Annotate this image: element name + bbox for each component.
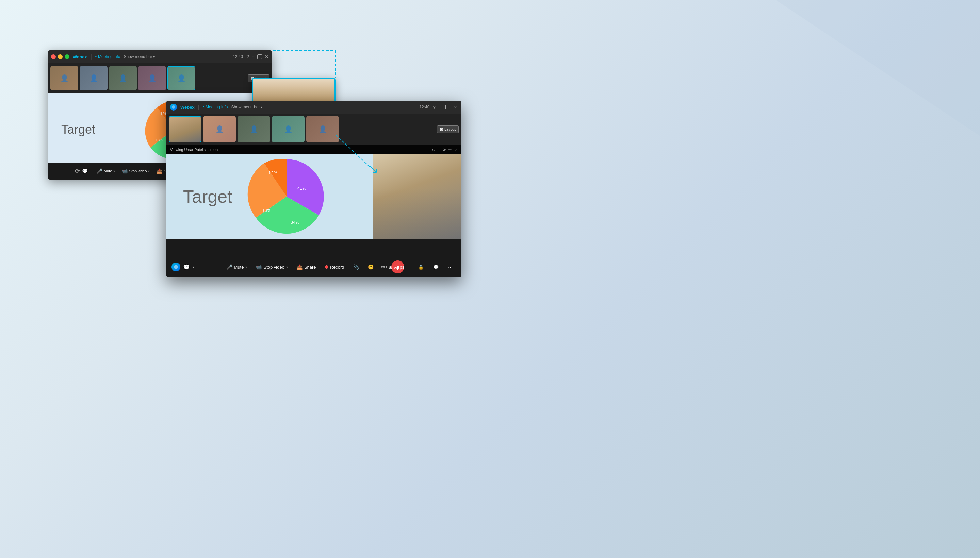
- small-window-restore-icon[interactable]: [257, 54, 262, 59]
- participant-face-3: 👤: [109, 66, 137, 90]
- large-share-label: Share: [304, 264, 316, 270]
- large-more-right-icon: ⋯: [448, 264, 452, 270]
- large-record-label: Record: [330, 264, 344, 270]
- large-orb-btn[interactable]: [171, 263, 180, 271]
- large-show-menu-bar[interactable]: Show menu bar: [231, 105, 262, 110]
- large-toolbar-right: ⊞ Apps 🔒 💬 ⋯: [385, 263, 456, 272]
- participant-face-1: 👤: [50, 66, 78, 90]
- large-meeting-info-link[interactable]: Meeting info: [203, 105, 228, 110]
- large-minimize-icon[interactable]: −: [439, 104, 442, 110]
- small-title-icons: ? − ✕: [247, 54, 269, 59]
- large-title-divider: |: [198, 104, 199, 110]
- small-close-btn[interactable]: [51, 54, 56, 59]
- small-chat-icon: 💬: [82, 168, 88, 174]
- large-close-icon[interactable]: ✕: [454, 105, 457, 110]
- large-paperclip-icon: 📎: [353, 264, 359, 270]
- pie-label-13: 13%: [156, 138, 163, 142]
- small-thumb-4[interactable]: 👤: [138, 66, 166, 90]
- participant-face-2: 👤: [80, 66, 107, 90]
- large-help-icon[interactable]: ?: [433, 105, 435, 110]
- large-video-label: Stop video: [263, 264, 284, 270]
- large-mute-btn[interactable]: 🎤 Mute ▾: [223, 262, 251, 272]
- large-participant-5-face: 👤: [306, 116, 339, 143]
- large-zoom-icon[interactable]: −: [427, 148, 429, 152]
- large-apps-btn[interactable]: ⊞ Apps: [385, 263, 408, 272]
- large-title-right: 12:40 ? − ✕: [419, 104, 457, 110]
- large-thumb-2[interactable]: 👤: [203, 116, 236, 143]
- large-thumb-5[interactable]: 👤: [306, 116, 339, 143]
- large-layout-container: ⊞ Layout: [437, 125, 459, 133]
- small-mute-arrow: ▾: [113, 169, 115, 173]
- large-participants-icon: 💬: [433, 264, 439, 270]
- large-main-content: Target 41% 34% 13% 12%: [166, 154, 461, 239]
- large-paperclip-btn[interactable]: 📎: [350, 262, 362, 272]
- large-orb-inner: [174, 265, 178, 269]
- large-sync-icon[interactable]: ⟳: [443, 148, 446, 152]
- small-thumb-5-active[interactable]: 👤: [168, 66, 195, 90]
- large-chat-arrow[interactable]: ▾: [192, 265, 194, 269]
- large-lock-btn[interactable]: 🔒: [415, 263, 427, 272]
- large-brand: Webex: [180, 105, 195, 110]
- large-pie-label-34: 34%: [291, 220, 299, 225]
- small-mute-icon: 🎤: [97, 168, 102, 174]
- large-share-icon: 📤: [297, 264, 303, 270]
- large-viewing-label: Viewing Umar Patel's screen: [170, 148, 218, 152]
- large-mute-icon: 🎤: [227, 264, 232, 270]
- large-toolbar-left: 💬 ▾: [171, 263, 194, 271]
- large-chat-icon[interactable]: 💬: [183, 264, 190, 270]
- large-record-btn[interactable]: Record: [322, 263, 348, 272]
- small-brand: Webex: [73, 54, 87, 59]
- large-annotate-icon[interactable]: ✏: [449, 148, 452, 152]
- large-mute-label: Mute: [234, 264, 244, 270]
- small-thumb-3[interactable]: 👤: [109, 66, 137, 90]
- large-video-area: [373, 154, 461, 239]
- small-participant-strip: 👤 👤 👤 👤 👤 ⊞ Layout: [48, 63, 272, 93]
- small-mute-btn[interactable]: 🎤 Mute ▾: [95, 167, 117, 175]
- small-maximize-btn[interactable]: [65, 54, 69, 59]
- large-participants-btn[interactable]: 💬: [430, 263, 442, 272]
- large-share-btn[interactable]: 📤 Share: [293, 262, 319, 272]
- large-thumb-3[interactable]: 👤: [237, 116, 270, 143]
- small-thumb-1[interactable]: 👤: [50, 66, 78, 90]
- large-emoji-btn[interactable]: 😊: [365, 262, 377, 272]
- small-help-icon[interactable]: ?: [247, 54, 249, 59]
- small-minimize-btn[interactable]: [58, 54, 62, 59]
- large-video-overlay: [373, 188, 461, 239]
- large-target-text: Target: [183, 186, 232, 207]
- small-minimize-icon[interactable]: −: [252, 54, 255, 59]
- large-apps-label: Apps: [394, 264, 404, 270]
- small-meeting-info-link[interactable]: Meeting info: [95, 54, 120, 59]
- small-video-icon: 📹: [122, 168, 128, 174]
- large-thumb-1[interactable]: [169, 116, 201, 143]
- large-zoom-fit-icon[interactable]: ⊕: [432, 148, 435, 152]
- webex-orb-icon: [170, 104, 177, 110]
- small-target-text: Target: [61, 122, 95, 137]
- large-participant-1-face: [169, 117, 201, 142]
- large-zoom-plus-icon[interactable]: +: [438, 148, 440, 152]
- webex-orb-inner: [172, 105, 175, 109]
- participant-face-4: 👤: [138, 66, 166, 90]
- small-time: 12:40: [233, 54, 243, 59]
- large-apps-icon: ⊞: [389, 264, 392, 270]
- large-p1-bg: [169, 117, 201, 142]
- large-layout-btn[interactable]: ⊞ Layout: [437, 125, 459, 133]
- small-close-icon[interactable]: ✕: [265, 54, 269, 59]
- large-thumb-4[interactable]: 👤: [272, 116, 304, 143]
- large-layout-icon: ⊞: [440, 127, 443, 131]
- large-record-dot: [325, 265, 328, 269]
- small-video-arrow: ▾: [148, 169, 150, 173]
- large-video-person: [373, 154, 461, 239]
- small-titlebar: Webex | Meeting info Show menu bar 12:40…: [48, 50, 272, 63]
- small-show-menu-bar[interactable]: Show menu bar: [123, 54, 155, 59]
- large-video-icon: 📹: [256, 264, 261, 270]
- large-webex-window: Webex | Meeting info Show menu bar 12:40…: [166, 101, 461, 277]
- large-mute-arrow: ▾: [245, 265, 247, 269]
- large-video-btn[interactable]: 📹 Stop video ▾: [253, 262, 291, 272]
- large-pie-label-41: 41%: [298, 185, 306, 191]
- large-restore-icon[interactable]: [446, 105, 450, 110]
- large-fullscreen-icon[interactable]: ⤢: [454, 148, 457, 152]
- large-more-right-btn[interactable]: ⋯: [445, 263, 456, 272]
- small-thumb-2[interactable]: 👤: [80, 66, 107, 90]
- large-separator-1: [411, 263, 411, 271]
- small-video-btn[interactable]: 📹 Stop video ▾: [120, 167, 152, 175]
